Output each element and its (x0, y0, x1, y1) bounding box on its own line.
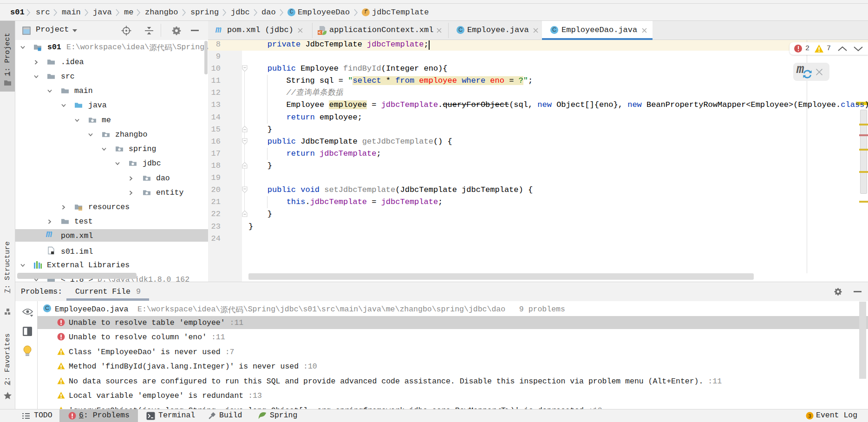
svg-text:<: < (318, 30, 321, 35)
svg-text:3: 3 (808, 413, 811, 419)
